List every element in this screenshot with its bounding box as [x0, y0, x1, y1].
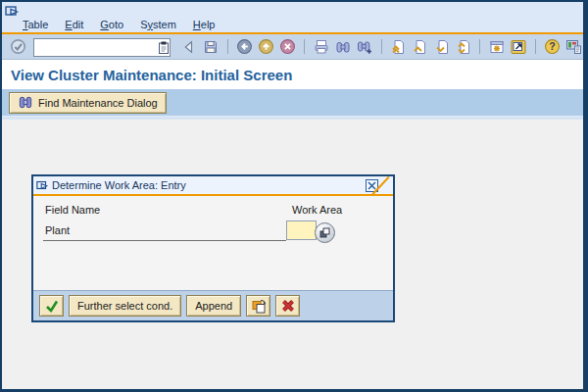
- system-menu-icon[interactable]: [5, 3, 20, 21]
- sap-gui-screen: Table Edit Goto System Help: [0, 0, 588, 392]
- toolbar-separator: [381, 39, 382, 54]
- new-session-button[interactable]: [487, 37, 506, 57]
- next-page-button[interactable]: [432, 37, 451, 57]
- back-circle-icon: [236, 38, 253, 55]
- toolbar-separator: [479, 39, 480, 54]
- standard-toolbar: ?: [2, 34, 583, 60]
- first-page-button[interactable]: [389, 37, 408, 57]
- field-name-header: Field Name: [45, 204, 100, 216]
- find-maintenance-dialog-button[interactable]: Find Maintenance Dialog: [9, 92, 167, 114]
- field-row-underline: [43, 240, 286, 241]
- cancel-dialog-button[interactable]: [275, 295, 300, 317]
- help-button[interactable]: ?: [543, 37, 562, 57]
- print-icon: [314, 39, 329, 55]
- red-x-icon: [280, 298, 296, 314]
- first-page-icon: [390, 39, 406, 55]
- command-history-icon[interactable]: [159, 40, 169, 58]
- enter-button[interactable]: [9, 37, 27, 57]
- menu-system[interactable]: System: [140, 19, 176, 30]
- back-button[interactable]: [235, 37, 254, 57]
- back-triangle-icon: [181, 39, 197, 55]
- menu-edit[interactable]: Edit: [65, 19, 83, 30]
- main-area: Determine Work Area: Entry Field Name Wo…: [2, 120, 583, 358]
- further-select-cond-label: Further select cond.: [77, 300, 172, 312]
- application-toolbar: Find Maintenance Dialog: [2, 89, 583, 116]
- menu-help[interactable]: Help: [193, 19, 216, 30]
- further-select-cond-button[interactable]: Further select cond.: [69, 295, 181, 317]
- dialog-footer: Further select cond. Append: [33, 290, 393, 320]
- exit-button[interactable]: [257, 37, 275, 57]
- append-label: Append: [195, 300, 232, 312]
- toolbar-separator: [227, 39, 228, 54]
- menu-table[interactable]: Table: [23, 19, 48, 30]
- save-icon: [203, 39, 219, 55]
- create-shortcut-icon: [511, 39, 526, 55]
- find-next-icon: [357, 39, 372, 55]
- find-next-button[interactable]: [355, 37, 373, 57]
- green-check-icon: [44, 298, 60, 314]
- page-title: View Cluster Maintenance: Initial Screen: [2, 60, 583, 89]
- append-button[interactable]: Append: [186, 295, 241, 317]
- possible-entries-icon: [319, 227, 330, 238]
- next-page-icon: [434, 39, 450, 55]
- toolbar-separator: [304, 39, 305, 54]
- create-shortcut-button[interactable]: [509, 37, 527, 57]
- customize-layout-icon: [565, 38, 582, 55]
- find-button[interactable]: [333, 37, 352, 57]
- work-area-header: Work Area: [292, 204, 342, 216]
- toolbar-separator: [535, 39, 536, 54]
- customize-layout-button[interactable]: [564, 37, 583, 57]
- determine-work-area-dialog: Determine Work Area: Entry Field Name Wo…: [31, 174, 395, 322]
- find-binoculars-icon: [18, 95, 33, 110]
- dialog-body: Field Name Work Area Plant: [33, 196, 393, 288]
- previous-page-icon: [412, 39, 427, 55]
- svg-text:?: ?: [549, 40, 555, 52]
- possible-entries-button[interactable]: [315, 222, 335, 243]
- back-triangle-button[interactable]: [179, 37, 198, 57]
- exit-circle-icon: [258, 38, 274, 55]
- find-maintenance-dialog-label: Find Maintenance Dialog: [38, 97, 158, 109]
- dialog-title: Determine Work Area: Entry: [52, 179, 186, 191]
- continue-button[interactable]: [39, 295, 64, 317]
- cancel-button[interactable]: [278, 37, 297, 57]
- command-field-wrap: [33, 37, 171, 56]
- dialog-titlebar[interactable]: Determine Work Area: Entry: [33, 176, 393, 196]
- new-session-icon: [489, 39, 505, 55]
- menu-goto[interactable]: Goto: [100, 19, 123, 30]
- selection-options-icon: [251, 298, 267, 314]
- print-button[interactable]: [312, 37, 330, 57]
- field-row-label: Plant: [45, 224, 70, 236]
- enter-check-icon: [10, 38, 26, 55]
- sap-window: Table Edit Goto System Help: [0, 0, 588, 392]
- cancel-circle-icon: [279, 38, 296, 55]
- dialog-window-icon: [36, 179, 49, 191]
- command-field[interactable]: [33, 38, 171, 57]
- window-titlebar: [2, 2, 583, 16]
- work-area-input[interactable]: [286, 220, 317, 240]
- last-page-button[interactable]: [454, 37, 472, 57]
- find-binoculars-icon: [335, 39, 351, 55]
- window-arrow-icon: [5, 5, 20, 17]
- selection-options-button[interactable]: [246, 295, 270, 317]
- help-icon: ?: [544, 38, 561, 55]
- save-button[interactable]: [201, 37, 220, 57]
- last-page-icon: [456, 39, 471, 55]
- previous-page-button[interactable]: [411, 37, 429, 57]
- menu-bar: Table Edit Goto System Help: [2, 16, 583, 32]
